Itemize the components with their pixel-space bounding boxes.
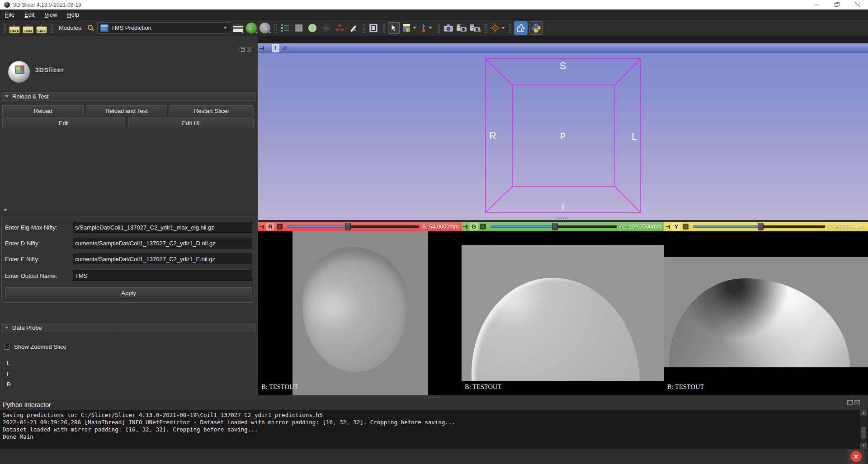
view-splitter-dots[interactable] [556,217,569,219]
green-slice-view[interactable]: B: TESTOUT [462,231,664,395]
toolbar-grip[interactable] [508,23,511,33]
models-button[interactable] [307,22,318,34]
toolbar-grip[interactable] [362,23,365,33]
module-panel: 3DSlicer Reload & Test Reload Reload and… [0,36,257,399]
scroll-up-icon[interactable]: ▲ [860,410,867,416]
data-probe-title: Data Probe [12,324,42,331]
console-line: Done Main [3,433,868,441]
red-slice-offset-readout: S: 54.0000mm [422,224,459,230]
yellow-slice-menu-button[interactable]: Y [672,223,680,230]
red-slice-pin-icon[interactable] [258,222,265,231]
green-slice-pin-icon[interactable] [462,222,469,231]
reload-test-section-header[interactable]: Reload & Test [1,92,256,101]
green-slice-menu-button[interactable]: G [470,223,478,230]
restart-slicer-button[interactable]: Restart Slicer [170,105,254,116]
green-slice-visibility-icon[interactable] [480,224,486,230]
yellow-slice-visibility-icon[interactable] [683,224,689,230]
green-slice-slider[interactable] [490,222,617,231]
menu-view[interactable]: View [39,9,62,20]
screenshot-button[interactable] [368,22,379,34]
close-panel-icon[interactable] [247,47,252,52]
eig-max-label: Enter Eig-Max Nifty: [5,224,73,231]
yellow-slice-pin-icon[interactable] [664,222,671,231]
toolbar-grip[interactable] [382,23,385,33]
edit-ui-button[interactable]: Edit UI [128,117,254,128]
toolbar-grip[interactable] [274,23,277,33]
chevron-down-icon [501,27,505,29]
arrow-left-icon: ← [248,24,255,32]
undock-panel-icon[interactable] [240,47,245,52]
data-probe-section-header[interactable]: Data Probe [1,323,256,332]
splitter-dots[interactable] [427,397,441,398]
yellow-slice-slider-handle[interactable] [758,223,764,230]
apply-button[interactable]: Apply [5,287,252,298]
puzzle-icon [516,23,525,33]
red-slice-visibility-icon[interactable] [277,224,283,230]
close-python-icon[interactable] [854,400,860,405]
python-interactor-button[interactable] [529,21,543,35]
chevron-down-icon [413,27,416,29]
capture-volume-button[interactable] [470,22,481,34]
chevron-down-icon [269,32,271,33]
show-zoomed-slice-checkbox[interactable] [4,344,10,350]
close-window-button[interactable] [847,0,868,9]
layout-selector-button[interactable] [232,22,244,34]
module-search-button[interactable] [86,22,95,34]
module-collapse-arrow-icon[interactable] [4,209,7,211]
capture-sequence-button[interactable] [456,22,468,34]
history-forward-button[interactable]: → [259,22,271,34]
green-slice-slider-handle[interactable] [552,223,558,230]
menu-file[interactable]: File [0,9,19,20]
error-log-button[interactable]: ✕ [848,450,864,464]
threed-view[interactable]: 1 S I R L P [258,43,868,220]
python-console[interactable]: Saving predictions to: C:/Slicer/Slicer … [0,410,868,449]
save-data-button[interactable]: ↓ SAVE [36,22,47,34]
toolbar-grip[interactable] [3,23,6,33]
annotate-button[interactable] [347,22,359,34]
eig-max-input[interactable] [73,222,252,233]
mesh-button[interactable] [320,22,332,34]
edit-button[interactable]: Edit [2,117,125,128]
console-scrollbar[interactable]: ▲ ▼ [860,410,867,449]
red-slice-menu-button[interactable]: R [266,223,274,230]
red-slice-slider[interactable] [287,222,420,231]
toolbar-grip[interactable] [50,23,53,33]
place-point-tool-button[interactable] [419,22,434,34]
crosshair-button[interactable] [490,22,505,34]
axis-label-inferior: I [561,202,564,213]
red-slice-slider-handle[interactable] [345,223,351,230]
restore-button[interactable] [826,0,847,9]
yellow-slice-slider[interactable] [693,222,826,231]
e-nifty-input[interactable] [73,253,252,264]
camera-building-icon-2 [470,23,481,33]
crosshair-icon [491,23,500,33]
minimize-button[interactable] [806,0,826,9]
markups-button[interactable]: ✳✳✳ [334,22,345,34]
module-history-button[interactable] [279,22,291,34]
arrow-right-icon: → [261,24,268,32]
capture-view-button[interactable] [443,22,454,34]
extensions-manager-button[interactable] [514,21,528,35]
yellow-slice-view[interactable]: B: TESTOUT [664,231,868,395]
red-slice-view[interactable]: B: TESTOUT [258,231,462,395]
d-nifty-input[interactable] [73,238,252,248]
menu-edit[interactable]: Edit [19,9,39,20]
reload-button[interactable]: Reload [2,105,84,116]
module-selector-combobox[interactable]: TMS Prediction [97,22,230,34]
slicer-window: 3D Slicer 4.13.0-2021-08-19 File Edit Vi… [0,0,868,464]
window-level-tool-button[interactable] [401,22,417,34]
toolbar-grip[interactable] [437,23,440,33]
menu-help[interactable]: Help [62,9,84,20]
scrollbar-thumb[interactable] [861,427,866,439]
load-data-button[interactable]: ↑ DATA [9,22,20,34]
pointer-tool-button[interactable] [388,22,400,34]
reload-and-test-button[interactable]: Reload and Test [86,105,167,116]
scroll-down-icon[interactable]: ▼ [860,443,867,449]
toolbar-grip[interactable] [484,23,487,33]
load-dicom-button[interactable]: ↑↓ DCM [22,22,34,34]
history-back-button[interactable]: ← [245,22,257,34]
undock-python-icon[interactable] [847,400,853,405]
output-name-input[interactable] [73,270,252,281]
volume-rendering-button[interactable] [293,22,305,34]
python-panel-splitter[interactable] [0,395,868,399]
